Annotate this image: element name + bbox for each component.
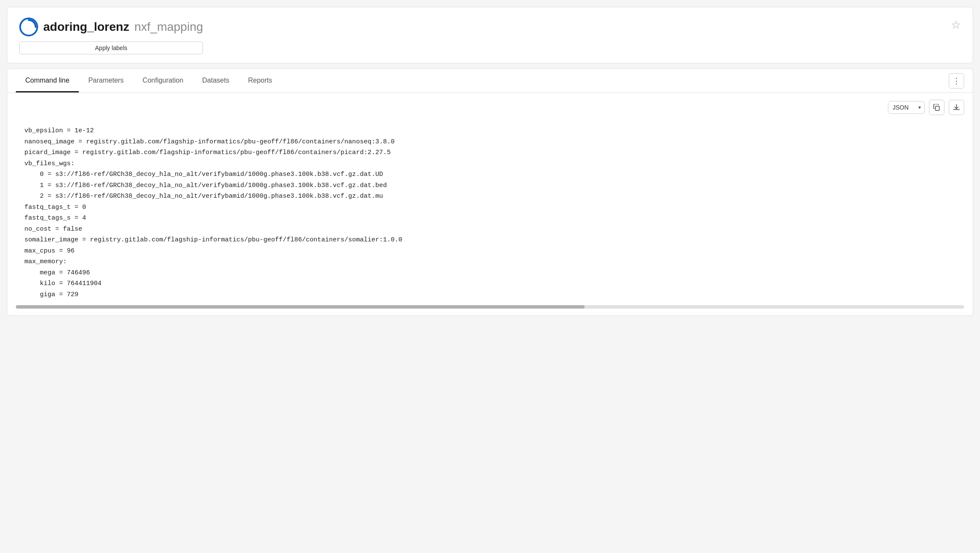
tab-configuration[interactable]: Configuration — [133, 69, 193, 92]
header-left: adoring_lorenz nxf_mapping Apply labels — [19, 18, 203, 54]
app-logo-icon — [19, 18, 38, 36]
tabs-list: Command line Parameters Configuration Da… — [16, 69, 281, 92]
copy-icon — [933, 104, 940, 111]
tabs-header: Command line Parameters Configuration Da… — [7, 69, 973, 93]
tab-reports[interactable]: Reports — [239, 69, 281, 92]
format-select-wrapper: JSON TOML YAML ▾ — [888, 101, 925, 114]
scrollbar-thumb — [16, 305, 585, 309]
header-card: adoring_lorenz nxf_mapping Apply labels … — [7, 7, 973, 63]
tabs-actions: ⋮ — [949, 73, 964, 89]
download-icon — [953, 104, 960, 111]
content-area: JSON TOML YAML ▾ — [7, 93, 973, 315]
more-options-button[interactable]: ⋮ — [949, 73, 964, 89]
tabs-card: Command line Parameters Configuration Da… — [7, 68, 973, 316]
code-block: vb_epsilon = 1e-12 nanoseq_image = regis… — [16, 119, 964, 300]
tab-datasets[interactable]: Datasets — [193, 69, 239, 92]
tab-parameters[interactable]: Parameters — [79, 69, 133, 92]
tab-command-line[interactable]: Command line — [16, 69, 79, 92]
more-icon: ⋮ — [953, 76, 960, 86]
run-name: adoring_lorenz — [43, 20, 129, 34]
toolbar-row: JSON TOML YAML ▾ — [16, 100, 964, 115]
chevron-down-icon: ▾ — [918, 102, 924, 113]
download-button[interactable] — [949, 100, 964, 115]
header-title-row: adoring_lorenz nxf_mapping — [19, 18, 203, 36]
format-select[interactable]: JSON TOML YAML — [888, 101, 918, 113]
apply-labels-button[interactable]: Apply labels — [19, 42, 203, 54]
copy-button[interactable] — [929, 100, 944, 115]
svg-rect-1 — [935, 106, 939, 110]
horizontal-scrollbar[interactable] — [16, 305, 964, 309]
star-button[interactable]: ☆ — [951, 18, 961, 32]
pipeline-name: nxf_mapping — [134, 20, 203, 34]
